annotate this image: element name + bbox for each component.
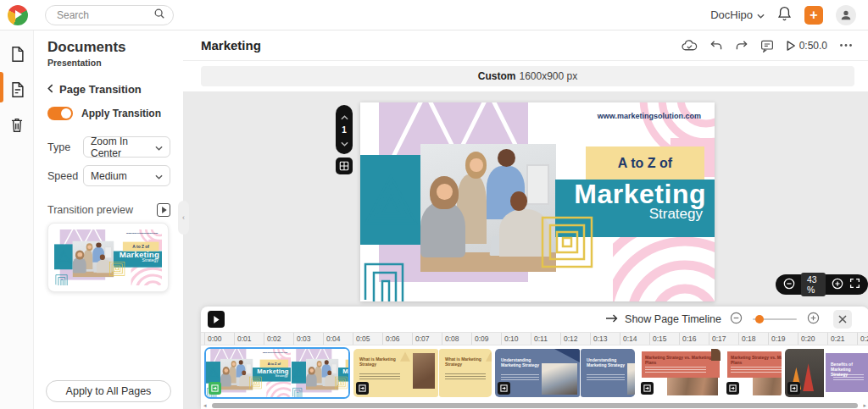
timeline-tick: 0:06: [382, 333, 412, 345]
redo-button[interactable]: [735, 39, 748, 52]
chevron-left-icon: [47, 83, 53, 96]
fullscreen-icon[interactable]: [849, 278, 860, 291]
slide-kicker: A to Z of: [123, 242, 159, 251]
apply-to-all-pages-button[interactable]: Apply to All Pages: [46, 380, 171, 402]
timeline-tick: 0:19: [768, 333, 798, 345]
search-icon[interactable]: [153, 8, 165, 22]
clip-thumbnail: www.marketingsolution.com A to Z of Mark…: [292, 349, 350, 397]
undo-button[interactable]: [709, 39, 723, 52]
transition-badge-icon[interactable]: [498, 382, 510, 395]
rail-item-trash[interactable]: [0, 108, 34, 144]
type-value: Zoom In Center: [91, 135, 155, 159]
timeline-tick: 0:08: [442, 333, 471, 345]
timeline-tick: 0:20: [798, 333, 827, 345]
top-bar: DocHipo +: [0, 0, 868, 30]
timeline-tick: 0:16: [679, 333, 709, 345]
comments-button[interactable]: [760, 39, 774, 53]
transition-badge-icon[interactable]: [356, 382, 369, 395]
timeline-tick: 0:15: [649, 333, 679, 345]
transition-speed-select[interactable]: Medium: [83, 165, 170, 186]
teal-squares: [364, 261, 413, 301]
slide-title: Marketing: [555, 180, 706, 209]
notifications-bell-icon[interactable]: [777, 6, 792, 24]
timeline-zoom-slider[interactable]: [753, 318, 797, 320]
panel-title: Documents: [47, 39, 170, 56]
rail-item-new-document[interactable]: [0, 37, 34, 73]
timeline-scrollbar[interactable]: [212, 403, 858, 408]
trash-icon: [9, 117, 25, 135]
apply-transition-toggle[interactable]: [47, 107, 73, 120]
scroll-right-icon[interactable]: ▸: [863, 402, 866, 409]
speed-value: Medium: [91, 170, 127, 182]
timeline-tick: 0:14: [620, 333, 649, 345]
transition-preview-card[interactable]: www.marketingsolution.com A to Z of Mark…: [47, 223, 169, 292]
timeline-zoom-out-icon[interactable]: [730, 312, 743, 327]
transition-badge-icon[interactable]: [787, 382, 800, 395]
timeline-clip[interactable]: What is Marketing StrategyWhat is Market…: [353, 349, 492, 397]
show-timeline-label: Show Page Timeline: [625, 313, 721, 325]
clip-photo: [542, 363, 577, 394]
chevron-down-icon: [155, 141, 163, 153]
zoom-level[interactable]: 43 %: [801, 273, 826, 296]
timeline-clip[interactable]: www.marketingsolution.com A to Z of Mark…: [204, 347, 350, 399]
slide-page[interactable]: www.marketingsolution.com A to Z of Mark…: [360, 102, 715, 301]
page-navigator[interactable]: 1: [336, 105, 353, 154]
transition-type-select[interactable]: Zoom In Center: [83, 136, 170, 158]
search-input[interactable]: [57, 9, 153, 21]
timeline-clip[interactable]: Marketing Strategy vs. Marketing Plans: [638, 349, 721, 397]
dochipo-logo-icon[interactable]: [8, 5, 28, 25]
workspace-menu[interactable]: DocHipo: [710, 8, 765, 21]
profile-avatar[interactable]: [836, 5, 856, 25]
preview-play-button[interactable]: [157, 203, 170, 217]
zoom-out-icon[interactable]: [783, 278, 795, 292]
icon-rail: [0, 30, 34, 409]
grid-view-button[interactable]: [336, 158, 353, 174]
clip-thumbnail: Understanding Marketing Strategy: [581, 349, 635, 397]
clip-title: Marketing Strategy vs. Marketing Plans: [731, 355, 782, 365]
transition-badge-icon[interactable]: [209, 382, 221, 395]
total-duration: 0:50.0: [799, 40, 827, 52]
clip-photo: [753, 378, 782, 396]
timeline-panel: Show Page Timeline 0:000:01: [201, 307, 868, 409]
create-new-button[interactable]: +: [804, 6, 823, 25]
team-photo: [306, 359, 338, 390]
slide-kicker: A to Z of: [346, 360, 350, 368]
page-down-icon[interactable]: [341, 136, 348, 149]
yellow-squares: [541, 216, 593, 268]
timeline-tick: 0:05: [353, 333, 382, 345]
timeline-clip[interactable]: Understanding Marketing StrategyUndersta…: [495, 349, 635, 397]
document-icon: [9, 46, 25, 65]
timeline-ruler[interactable]: 0:000:010:020:030:040:050:060:070:080:09…: [201, 332, 868, 345]
preview-label: Transition preview: [47, 204, 133, 216]
teal-triangles: [207, 367, 220, 379]
document-title: Marketing: [201, 38, 261, 53]
page-up-icon[interactable]: [341, 110, 348, 123]
timeline-play-button[interactable]: [208, 311, 225, 328]
cloud-saved-icon[interactable]: [682, 39, 698, 53]
zoom-in-icon[interactable]: [832, 278, 843, 292]
panel-collapse-handle[interactable]: ‹: [178, 201, 189, 235]
teal-squares: [55, 274, 70, 285]
rail-item-pages[interactable]: [0, 73, 34, 108]
timeline-clip[interactable]: Marketing Strategy vs. Marketing Plans: [724, 349, 782, 397]
timeline-tick: 0:02: [264, 333, 293, 345]
clip-title: Marketing Strategy vs. Marketing Plans: [645, 355, 715, 365]
page-size-bar[interactable]: Custom 1600x900 px: [201, 66, 854, 86]
back-page-transition[interactable]: Page Transition: [47, 83, 170, 96]
scroll-left-icon[interactable]: ◂: [203, 402, 207, 409]
more-options-button[interactable]: [839, 43, 853, 47]
transition-badge-icon[interactable]: [641, 382, 654, 395]
size-value: 1600x900 px: [519, 70, 577, 82]
timeline-clip[interactable]: Benefits of Marketing Strategy: [785, 349, 868, 397]
teal-triangles: [292, 367, 305, 379]
timeline-tick: 0:00: [204, 333, 234, 345]
slider-knob[interactable]: [755, 315, 764, 323]
timeline-zoom-in-icon[interactable]: [807, 312, 820, 327]
show-page-timeline[interactable]: Show Page Timeline: [605, 313, 721, 325]
timeline-clips: www.marketingsolution.com A to Z of Mark…: [201, 345, 868, 401]
timeline-close-button[interactable]: [833, 310, 852, 329]
transition-badge-icon[interactable]: [726, 382, 739, 395]
search-box[interactable]: [45, 5, 174, 25]
preview-duration-button[interactable]: 0:50.0: [786, 40, 827, 52]
timeline-tick: 0:21: [827, 333, 857, 345]
